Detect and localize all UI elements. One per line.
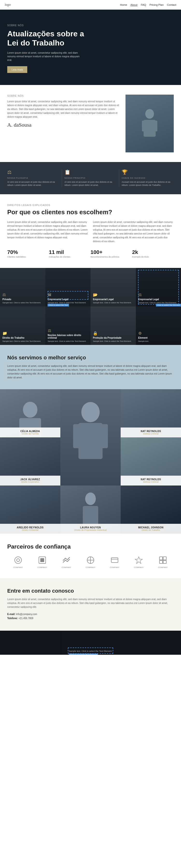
- partner-label-1: COMPANY: [13, 566, 23, 568]
- philosophy-text-1: At vero eos et accusam et justo duo dolo…: [7, 181, 59, 187]
- practice-icon-8: ⚙: [138, 331, 179, 336]
- svg-point-0: [145, 109, 154, 119]
- partner-icon-5: [110, 556, 119, 564]
- contact-bottom-label: Sample text, Click to select the Text El…: [69, 650, 112, 652]
- about-text-block: Sobre nós Lorem ipsum dolor sit amet, co…: [7, 95, 126, 128]
- partners-title: Parceiros de confiança: [7, 543, 174, 550]
- svg-rect-15: [40, 558, 44, 562]
- nav-pricing[interactable]: Pricing Plan: [149, 3, 164, 6]
- stat-num-1: 70%: [7, 249, 49, 255]
- practice-icon-1: ⚖: [2, 292, 43, 297]
- team-name-celia: CÉLIA ALMEDA: [2, 430, 58, 433]
- partner-4: COMPANY: [86, 556, 95, 568]
- practice-card-6[interactable]: ⚖ Noções básicas sobre direito criminal …: [45, 306, 91, 345]
- why-label: DIREITOS LEGAIS EXPLICADOS: [7, 204, 174, 207]
- svg-rect-2: [142, 121, 145, 131]
- partner-logo-4: [86, 556, 95, 566]
- partner-label-6: COMPANY: [134, 566, 144, 568]
- team-role-jack: Direito Corporativo: [2, 481, 58, 483]
- contact-section: Entre em contato conosco Lorem ipsum dol…: [0, 578, 181, 631]
- team-role-laura: Direito de Propriedade Intelectual: [63, 529, 118, 531]
- nav-links: Home About FAQ Pricing Plan Contact: [120, 3, 176, 6]
- team-role-arelido: Direito Ambiental: [2, 529, 58, 531]
- svg-point-6: [81, 402, 100, 422]
- practice-icon-7: 🔒: [93, 331, 133, 336]
- practice-title-8: Element: [138, 337, 179, 339]
- partner-logo-5: [110, 556, 120, 566]
- team-card-michael: MICHAEL JOHNSON Direito de Trabalho: [121, 486, 181, 534]
- practice-card-2[interactable]: 🏛 Empresarial Legal Sample text. Click t…: [45, 268, 91, 306]
- practice-desc-8: Sample text.: [138, 340, 179, 343]
- service-section: Nós servimos o melhor serviço Lorem ipsu…: [0, 345, 181, 389]
- contact-email: E-mail: info@company.com: [7, 613, 174, 616]
- practice-title-6: Noções básicas sobre direito criminal: [48, 334, 88, 339]
- practice-title-3: Empresarial Legal: [93, 298, 133, 301]
- about-section: Sobre nós Lorem ipsum dolor sit amet, co…: [0, 85, 181, 162]
- nav-faq[interactable]: FAQ: [141, 3, 146, 6]
- partner-label-5: COMPANY: [110, 566, 120, 568]
- stat-2: 11 mil Indicações de clientes: [49, 249, 91, 258]
- philosophy-label-3: CHAVE DO SUCESSO: [122, 177, 174, 179]
- partner-icon-4: [86, 556, 95, 564]
- practice-desc-4: Sample text. Click to select the Text El…: [138, 301, 179, 304]
- team-role-michael: Direito de Trabalho: [123, 529, 179, 531]
- contact-phone: Telefone: +21.456.7808: [7, 617, 174, 620]
- practice-title-4: Empresarial Legal: [138, 298, 179, 301]
- practice-title-7: Proteção da Propriedade: [93, 337, 133, 339]
- about-image: [126, 95, 174, 152]
- team-overlay-jack: JACK ÁLVAREZ Direito Corporativo: [0, 476, 60, 486]
- practice-card-1[interactable]: ⚖ Privado Sample text. Click to select t…: [0, 268, 45, 306]
- team-card-nat: NAT REYNOLDS Defesa Criminal: [121, 389, 181, 437]
- philosophy-icon-3: 🏆: [122, 169, 174, 175]
- nav-about[interactable]: About: [131, 3, 137, 6]
- svg-marker-21: [135, 557, 143, 563]
- partner-icon-1: [14, 556, 22, 564]
- nav-home[interactable]: Home: [120, 3, 127, 6]
- hero-description: Lorem ipsum dolor sit amet, consectetur …: [7, 51, 80, 62]
- team-section: CÉLIA ALMEDA Direito de Família NAT REYN…: [0, 389, 181, 534]
- practice-areas-wrapper: ⚖ Privado Sample text. Click to select t…: [0, 268, 181, 345]
- why-columns: Lorem ipsum dolor sit amet, consectetur …: [7, 220, 174, 243]
- team-name-michael: MICHAEL JOHNSON: [123, 526, 179, 529]
- practice-grid: ⚖ Privado Sample text. Click to select t…: [0, 268, 181, 345]
- partner-label-2: COMPANY: [37, 566, 47, 568]
- svg-point-12: [15, 557, 22, 563]
- partner-7: COMPANY: [158, 556, 168, 568]
- team-role-nat: Defesa Criminal: [123, 433, 179, 435]
- practice-card-7[interactable]: 🔒 Proteção da Propriedade Sample text. C…: [90, 306, 136, 345]
- practice-title-2: Empresarial Legal: [48, 298, 88, 301]
- stat-num-2: 11 mil: [49, 249, 91, 255]
- svg-rect-22: [159, 557, 163, 560]
- hero-section: SOBRE NÓS Atualizações sobre a Lei do Tr…: [0, 10, 181, 85]
- practice-overlay-8: ⚙ Element Sample text.: [136, 329, 181, 345]
- practice-title-5: Direito do Trabalho: [2, 337, 43, 339]
- team-grid: CÉLIA ALMEDA Direito de Família NAT REYN…: [0, 389, 181, 534]
- partner-logo-1: [13, 556, 23, 566]
- contact-bottom-image: Sample text, Click to select the Text El…: [0, 631, 181, 655]
- practice-card-3[interactable]: 📂 Empresarial Legal Sample text. Click t…: [90, 268, 136, 306]
- team-overlay-laura: LAURA NGUYEN Direito de Propriedade Inte…: [60, 524, 121, 534]
- hero-label: SOBRE NÓS: [7, 24, 174, 27]
- practice-title-1: Privado: [2, 298, 43, 301]
- svg-point-13: [17, 559, 20, 562]
- hero-button[interactable]: Leia mais: [7, 66, 27, 73]
- svg-point-10: [85, 493, 96, 505]
- partner-logo-6: [134, 556, 144, 566]
- contact-text-select-label: Click to select the Text Element: [69, 654, 98, 655]
- svg-rect-19: [111, 558, 118, 562]
- team-overlay-celia: CÉLIA ALMEDA Direito de Família: [0, 428, 60, 437]
- practice-card-5[interactable]: 📁 Direito do Trabalho Sample text. Click…: [0, 306, 45, 345]
- navbar: logo Home About FAQ Pricing Plan Contact: [0, 0, 181, 10]
- team-overlay-michael: MICHAEL JOHNSON Direito de Trabalho: [121, 524, 181, 534]
- team-card-arelido: ARELIDO REYNOLDS Direito Ambiental: [0, 486, 60, 534]
- stat-label-3: Reconhecimentos de prêmios: [90, 255, 132, 258]
- contact-phone-value: +21.456.7808: [19, 617, 33, 620]
- stat-1: 70% Clientes Satisfeitos: [7, 249, 49, 258]
- about-paragraph: Lorem ipsum dolor sit amet, consectetur …: [7, 100, 121, 119]
- practice-card-8[interactable]: ⚙ Element Sample text.: [136, 306, 181, 345]
- logo: logo: [5, 3, 11, 6]
- practice-desc-2: Sample text. Click to select the Text El…: [48, 301, 88, 304]
- practice-card-4[interactable]: ⚖ Empresarial Legal Sample text. Click t…: [136, 268, 181, 306]
- stat-num-4: 2k: [132, 249, 174, 255]
- nav-contact[interactable]: Contact: [167, 3, 176, 6]
